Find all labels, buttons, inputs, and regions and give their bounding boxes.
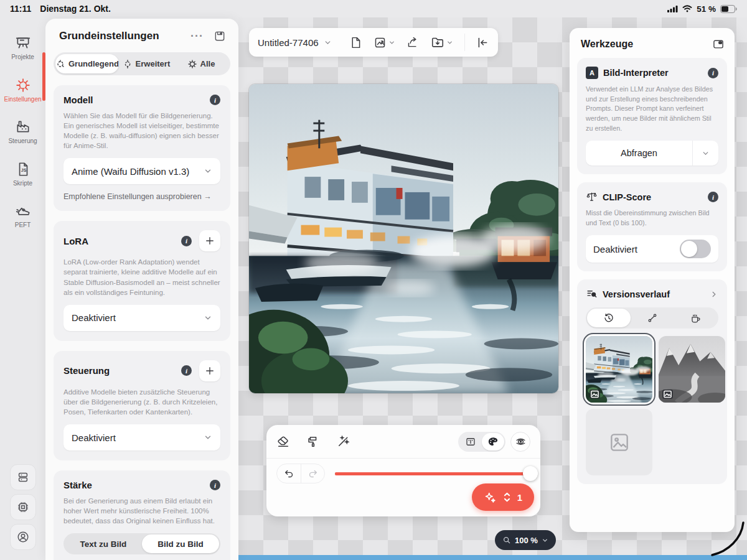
chevron-down-icon xyxy=(204,314,212,322)
paint-toolbar: 1 xyxy=(266,425,540,516)
document-title-dropdown[interactable]: Untitled-77406 xyxy=(258,37,338,48)
canvas-artwork[interactable] xyxy=(249,84,558,393)
staerke-title: Stärke xyxy=(63,480,210,490)
image-placeholder-icon xyxy=(608,431,631,454)
server-button[interactable] xyxy=(10,464,36,490)
slider-handle[interactable] xyxy=(523,466,538,481)
add-control-button[interactable] xyxy=(199,360,220,381)
info-icon[interactable]: i xyxy=(181,236,192,246)
list-search-icon xyxy=(586,288,598,300)
clip-description: Misst die Übereinstimmung zwischen Bild … xyxy=(586,208,718,228)
save-settings-icon[interactable] xyxy=(214,30,226,42)
panel-title: Grundeinstellungen xyxy=(59,30,159,42)
magic-wand-tool[interactable] xyxy=(336,434,350,449)
image-to-image-option[interactable]: Bild zu Bild xyxy=(142,534,219,553)
info-icon[interactable]: i xyxy=(708,192,718,202)
interpreter-title: Bild-Interpreter xyxy=(603,68,703,78)
info-icon[interactable]: i xyxy=(210,480,220,490)
add-lora-button[interactable] xyxy=(199,230,220,251)
save-to-folder-button[interactable] xyxy=(431,35,453,49)
clock: 11:11 xyxy=(10,4,31,14)
version-thumbnail-empty[interactable] xyxy=(586,409,652,475)
new-document-button[interactable] xyxy=(349,36,362,49)
chevron-down-icon xyxy=(204,433,212,442)
undo-button[interactable] xyxy=(277,464,301,483)
clip-title: CLIP-Score xyxy=(603,192,703,202)
info-icon[interactable]: i xyxy=(210,95,220,105)
eraser-tool[interactable] xyxy=(276,435,290,449)
info-icon[interactable]: i xyxy=(181,365,192,376)
clip-toggle[interactable] xyxy=(680,240,711,258)
canvas-edge-line xyxy=(238,555,747,560)
clip-toggle-label: Deaktiviert xyxy=(593,244,680,254)
gear-advanced-icon xyxy=(123,59,133,69)
magnifier-icon xyxy=(502,536,511,544)
versions-tabs xyxy=(586,307,718,329)
info-icon[interactable]: i xyxy=(708,68,718,78)
chevron-down-icon xyxy=(204,167,212,175)
history-tab[interactable] xyxy=(587,309,631,327)
version-thumbnail-current[interactable] xyxy=(586,336,652,403)
hide-panel-icon[interactable] xyxy=(712,38,725,50)
chevron-down-icon[interactable] xyxy=(692,141,718,166)
sidebar-item-peft[interactable]: PEFT xyxy=(3,203,43,229)
brush-tool[interactable] xyxy=(306,435,320,449)
shoe-icon xyxy=(15,203,31,219)
chip-button[interactable] xyxy=(10,494,36,520)
lora-title: LoRA xyxy=(63,236,181,246)
tab-erweitert[interactable]: Erweitert xyxy=(119,54,174,73)
bild-interpreter-card: A Bild-Interpreter i Verwendet ein LLM z… xyxy=(577,58,727,174)
zoom-indicator[interactable]: 100 % xyxy=(495,530,556,550)
generate-button[interactable]: 1 xyxy=(472,483,534,511)
battery-icon xyxy=(720,5,737,13)
layers-visibility-button[interactable] xyxy=(510,432,530,452)
redo-button[interactable] xyxy=(301,464,324,483)
tab-grundlegend[interactable]: Grundlegend xyxy=(55,54,119,73)
canvas-mode-segment xyxy=(458,432,505,452)
sidebar-item-einstellungen[interactable]: Einstellungen xyxy=(3,77,43,103)
collapse-left-button[interactable] xyxy=(476,36,489,49)
coffee-tab[interactable] xyxy=(674,309,717,327)
interpreter-description: Verwendet ein LLM zur Analyse des Bildes… xyxy=(586,85,718,133)
js-file-icon: JS xyxy=(15,161,31,177)
more-options-icon[interactable]: ··· xyxy=(190,33,204,39)
tab-alle[interactable]: Alle xyxy=(174,54,228,73)
paint-mode-option[interactable] xyxy=(482,433,504,450)
steuerung-description: Additive Modelle bieten zusätzliche Steu… xyxy=(63,387,220,417)
share-button[interactable] xyxy=(406,36,420,49)
settings-tabs: Grundlegend Erweitert Alle xyxy=(54,52,230,75)
pen-stroke xyxy=(708,520,746,558)
link-tab[interactable] xyxy=(631,309,674,327)
projector-icon xyxy=(15,35,31,51)
sidebar-item-projekte[interactable]: Projekte xyxy=(3,35,43,61)
chevron-down-icon xyxy=(324,39,332,47)
chip-icon xyxy=(16,500,30,514)
abfragen-button[interactable]: Abfragen xyxy=(586,141,718,166)
batch-count: 1 xyxy=(517,492,522,503)
chevron-down-icon xyxy=(388,39,395,46)
server-icon xyxy=(16,470,30,484)
settings-panel: Grundeinstellungen ··· Grundlegend Erwei… xyxy=(45,19,238,560)
stroke-size-slider[interactable] xyxy=(335,466,530,481)
import-image-button[interactable] xyxy=(374,36,395,49)
chevron-right-icon[interactable] xyxy=(710,290,718,299)
batch-stepper-icon[interactable] xyxy=(503,492,511,503)
sparkle-icon xyxy=(484,491,497,504)
modell-dropdown[interactable]: Anime (Waifu Diffusion v1.3) xyxy=(63,158,220,184)
sidebar-item-steuerung[interactable]: Steuerung xyxy=(3,119,43,145)
image-badge-icon xyxy=(662,390,673,399)
versions-title[interactable]: Versionsverlauf xyxy=(603,289,705,299)
frame-mode-option[interactable] xyxy=(459,433,482,450)
modell-description: Wählen Sie das Modell für die Bildgeneri… xyxy=(63,111,220,151)
sidebar-item-skripte[interactable]: JS Skripte xyxy=(3,161,43,187)
version-thumbnail-previous[interactable] xyxy=(659,336,725,403)
account-button[interactable] xyxy=(10,524,36,550)
gear-basic-icon xyxy=(55,59,65,69)
steuerung-dropdown[interactable]: Deaktiviert xyxy=(63,424,220,450)
chevron-down-icon xyxy=(542,537,548,544)
text-to-image-option[interactable]: Text zu Bild xyxy=(65,534,142,553)
chevron-down-icon xyxy=(446,39,453,46)
clip-score-card: CLIP-Score i Misst die Übereinstimmung z… xyxy=(577,182,727,271)
lora-dropdown[interactable]: Deaktiviert xyxy=(63,305,220,331)
recommended-settings-link[interactable]: Empfohlene Einstellungen ausprobieren → xyxy=(63,192,220,201)
